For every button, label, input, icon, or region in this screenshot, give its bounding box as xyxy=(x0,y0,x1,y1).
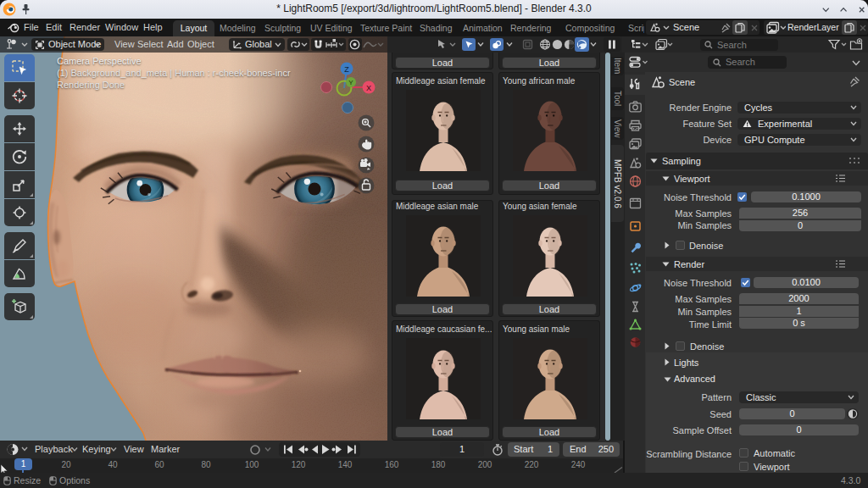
svg-text:Z: Z xyxy=(344,65,349,74)
svg-text:Y: Y xyxy=(348,79,353,86)
svg-text:X: X xyxy=(366,84,371,92)
